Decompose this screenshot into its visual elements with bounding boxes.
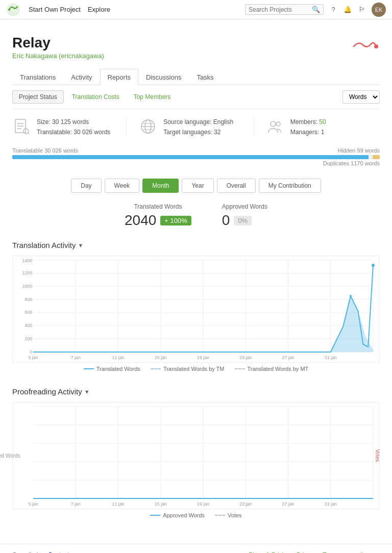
approved-words-stat: Approved Words 0 0% [222,203,267,229]
legend-tm-line [151,368,161,369]
svg-point-15 [276,122,280,126]
search-box: 🔍 [245,4,324,15]
progress-labels: Translatable 30 026 words Hidden 99 word… [12,147,380,154]
tab-translations[interactable]: Translations [12,69,63,85]
logo[interactable] [6,3,20,17]
svg-text:23 jan: 23 jan [239,501,252,507]
nav-start-project[interactable]: Start Own Project [29,6,81,13]
language-text: Source language: English Target language… [163,117,233,137]
notifications-icon[interactable]: 🔔 [343,5,352,14]
svg-text:27 jan: 27 jan [282,355,295,360]
svg-point-50 [350,295,352,297]
svg-text:19 jan: 19 jan [197,355,209,360]
svg-text:31 jan: 31 jan [325,355,337,360]
proofreading-activity-chevron[interactable]: ▼ [84,389,90,395]
svg-text:19 jan: 19 jan [197,501,209,507]
period-week[interactable]: Week [105,179,139,193]
svg-text:400: 400 [24,323,32,328]
progress-section: Translatable 30 026 words Hidden 99 word… [12,147,380,166]
proofreading-activity-chart: Approved Words Votes [12,402,380,509]
translated-words-label: Translated Words [125,203,191,210]
translation-activity-header: Translation Activity ▼ [12,241,380,249]
period-my-contribution[interactable]: My Contribution [259,179,321,193]
footer: Crowdin Inc. Contact Plans & Pricing Pri… [0,544,392,553]
subtab-translation-costs[interactable]: Translation Costs [66,91,126,103]
translation-activity-chevron[interactable]: ▼ [78,242,84,248]
duplicates-label: Duplicates 1170 words [12,160,380,166]
tab-discussions[interactable]: Discussions [138,69,189,85]
legend-votes-line [215,515,225,516]
members-text: Members: 50 Managers: 1 [290,117,326,137]
translatable-label: Translatable 30 026 words [12,147,78,154]
top-navigation: Start Own Project Explore 🔍 ? 🔔 🏳 EK [0,0,392,19]
approved-words-badge: 0% [234,216,252,225]
legend-mt-line [235,368,245,369]
words-select[interactable]: Words [342,90,380,104]
size-stat: Size: 30 125 words Translatable: 30 026 … [12,117,126,137]
translation-activity-section: Translation Activity ▼ [12,241,380,372]
svg-text:1000: 1000 [22,284,32,289]
tab-activity[interactable]: Activity [63,69,100,85]
period-row: Day Week Month Year Overall My Contribut… [12,179,380,193]
progress-bar-hidden [373,155,380,159]
size-icon [12,117,31,137]
svg-text:1400: 1400 [22,258,32,263]
svg-text:11 jan: 11 jan [112,355,125,360]
flag-icon[interactable]: 🏳 [357,5,366,14]
svg-text:15 jan: 15 jan [155,355,167,360]
project-icon [352,39,380,56]
sub-tabs: Project Status Translation Costs Top Mem… [12,85,380,109]
members-stat: Members: 50 Managers: 1 [253,117,380,137]
progress-bar [12,155,380,159]
nav-right: 🔍 ? 🔔 🏳 EK [245,3,386,17]
main-content: Relay Eric Nakagawa (ericnakagawa) Trans… [0,19,392,529]
period-day[interactable]: Day [71,179,101,193]
proofreading-chart-legend: Approved Words Votes [12,512,380,518]
svg-text:23 jan: 23 jan [239,355,252,360]
svg-point-2 [374,44,378,48]
legend-translated-line [84,368,94,369]
search-input[interactable] [249,6,310,13]
user-avatar[interactable]: EK [372,3,386,17]
svg-text:0: 0 [30,349,32,355]
project-title: Relay [12,35,104,51]
subtab-project-status[interactable]: Project Status [12,90,64,104]
svg-text:7 jan: 7 jan [71,355,81,360]
stats-row: Size: 30 125 words Translatable: 30 026 … [12,109,380,145]
svg-text:5 jan: 5 jan [28,501,38,507]
svg-text:11 jan: 11 jan [112,501,125,507]
subtab-top-members[interactable]: Top Members [128,91,177,103]
legend-translated-mt: Translated Words by MT [235,366,309,372]
progress-bar-inner [12,155,369,159]
svg-marker-48 [331,296,373,352]
tab-tasks[interactable]: Tasks [189,69,221,85]
translated-words-badge: + 100% [160,216,191,225]
svg-text:200: 200 [24,336,32,341]
svg-text:600: 600 [24,310,32,315]
members-link[interactable]: 50 [319,118,326,125]
legend-translated-words: Translated Words [84,366,140,372]
period-overall[interactable]: Overall [217,179,256,193]
members-icon [266,117,284,137]
svg-text:31 jan: 31 jan [325,501,337,507]
translation-activity-chart: 0 200 400 600 800 1000 1200 1400 5 jan 7… [12,256,380,363]
svg-text:7 jan: 7 jan [71,501,81,507]
proofreading-y-label: Approved Words [0,453,20,459]
svg-text:5 jan: 5 jan [28,355,38,360]
nav-explore[interactable]: Explore [88,6,110,13]
nav-links: Start Own Project Explore [29,6,110,13]
legend-approved-words: Approved Words [150,512,205,518]
approved-words-value: 0 0% [222,212,267,229]
stats-summary: Translated Words 2040 + 100% Approved Wo… [12,203,380,229]
svg-point-1 [8,9,10,11]
period-month[interactable]: Month [142,179,179,193]
svg-text:1200: 1200 [22,270,32,275]
language-stat: Source language: English Target language… [126,117,253,137]
main-tabs: Translations Activity Reports Discussion… [12,69,380,85]
svg-text:27 jan: 27 jan [282,501,295,507]
tab-reports[interactable]: Reports [100,69,139,85]
approved-words-label: Approved Words [222,203,267,210]
help-icon[interactable]: ? [329,5,338,14]
translated-words-value: 2040 + 100% [125,212,191,229]
period-year[interactable]: Year [182,179,213,193]
